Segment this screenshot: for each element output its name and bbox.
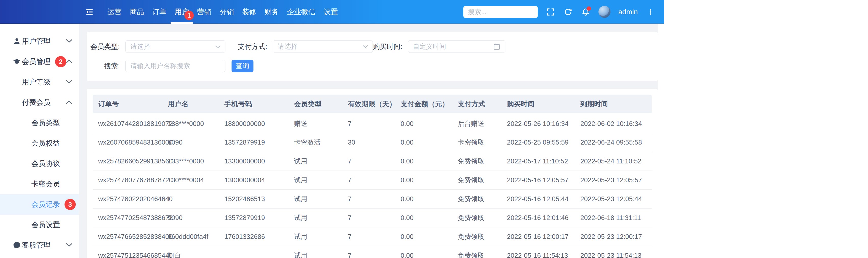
sidebar-item[interactable]: 会员设置 bbox=[0, 215, 79, 235]
table-cell: 2022-05-23 12:05:57 bbox=[575, 170, 652, 189]
member-type-label: 会员类型: bbox=[87, 42, 125, 51]
chevron-down-icon bbox=[66, 243, 73, 247]
nav-item[interactable]: 设置 bbox=[319, 0, 342, 24]
top-navbar: 运营商品订单用户1营销分销装修财务企业微信设置 admin bbox=[0, 0, 664, 24]
search-input[interactable] bbox=[463, 6, 538, 18]
main-nav: 运营商品订单用户1营销分销装修财务企业微信设置 bbox=[103, 0, 342, 24]
member-type-placeholder: 请选择 bbox=[130, 42, 150, 51]
nav-item[interactable]: 订单 bbox=[148, 0, 170, 24]
sidebar-badge: 2 bbox=[55, 56, 66, 67]
nav-item[interactable]: 商品 bbox=[126, 0, 148, 24]
column-header: 会员类型 bbox=[289, 95, 342, 114]
table-cell: 免费领取 bbox=[452, 152, 502, 170]
navbar-search bbox=[463, 6, 538, 18]
table-cell: 18800000000 bbox=[219, 114, 289, 133]
pay-method-placeholder: 请选择 bbox=[278, 42, 298, 51]
table-cell: 2022-05-16 12:05:57 bbox=[502, 170, 575, 189]
nav-item[interactable]: 用户1 bbox=[170, 0, 193, 24]
table-cell: wx260706859483136000 bbox=[93, 133, 162, 152]
sidebar-badge: 3 bbox=[64, 199, 76, 210]
sidebar-item-label: 会员管理 bbox=[22, 57, 51, 67]
keyword-search-input[interactable] bbox=[125, 60, 225, 72]
sidebar-item-label: 用户等级 bbox=[22, 77, 51, 87]
chevron-up-icon bbox=[66, 60, 73, 64]
table-cell bbox=[219, 246, 289, 258]
table-cell: 7 bbox=[342, 189, 395, 208]
sidebar-item[interactable]: 付费会员 bbox=[0, 92, 79, 113]
table-row: wx257477025487388672909013572879919试用70.… bbox=[93, 208, 652, 227]
table-cell: 30 bbox=[342, 133, 395, 152]
table-cell: 0.00 bbox=[395, 246, 452, 258]
app: { "navbar": { "menu": [ {"label":"运营"}, … bbox=[0, 0, 868, 258]
sidebar-item[interactable]: 用户等级 bbox=[0, 72, 79, 92]
sidebar-item[interactable]: 客服管理 bbox=[0, 235, 79, 255]
table-cell: 7 bbox=[342, 114, 395, 133]
pay-method-label: 支付方式: bbox=[225, 42, 273, 51]
table-cell: 2022-05-23 12:05:44 bbox=[575, 189, 652, 208]
sidebar-item[interactable]: 用户管理 bbox=[0, 31, 79, 52]
nav-item-label: 营销 bbox=[197, 7, 211, 17]
collapse-menu-icon[interactable] bbox=[85, 7, 94, 17]
member-type-select[interactable]: 请选择 bbox=[125, 40, 225, 53]
chevron-down-icon bbox=[215, 45, 221, 48]
buy-time-datepicker[interactable]: 自定义时间 bbox=[408, 40, 505, 53]
table-cell: 7 bbox=[342, 227, 395, 246]
table-cell: 后台赠送 bbox=[452, 114, 502, 133]
column-header: 订单号 bbox=[93, 95, 162, 114]
table-cell: 2022-05-16 12:01:46 bbox=[502, 208, 575, 227]
member-records-table: 订单号用户名手机号码会员类型有效期限（天）支付金额（元）支付方式购买时间到期时间… bbox=[93, 95, 652, 258]
sidebar-item-label: 付费会员 bbox=[22, 98, 51, 107]
nav-item[interactable]: 营销 bbox=[193, 0, 215, 24]
chevron-up-icon bbox=[66, 100, 73, 104]
table-row: wx257826605299138560133****0000133000000… bbox=[93, 152, 652, 170]
nav-item-label: 订单 bbox=[152, 7, 166, 17]
table-cell: 7 bbox=[342, 208, 395, 227]
nav-item[interactable]: 分销 bbox=[215, 0, 238, 24]
graduation-cap-icon bbox=[13, 58, 21, 66]
filter-row-1: 会员类型: 请选择 支付方式: 请选择 购买时间: 自定义时间 bbox=[87, 40, 505, 53]
sidebar-item[interactable]: 会员管理2 bbox=[0, 52, 79, 72]
table-cell: 13572879919 bbox=[219, 133, 289, 152]
sidebar-item-label: 会员协议 bbox=[31, 159, 60, 168]
sidebar-item[interactable]: 卡密会员 bbox=[0, 174, 79, 194]
sidebar-item[interactable]: 会员记录3 bbox=[0, 194, 79, 215]
table-cell: 免费领取 bbox=[452, 208, 502, 227]
avatar[interactable] bbox=[598, 6, 611, 18]
table-cell: 试用 bbox=[289, 189, 342, 208]
table-cell: 0.00 bbox=[395, 189, 452, 208]
username-label[interactable]: admin bbox=[618, 8, 638, 16]
notifications-bell-icon[interactable] bbox=[581, 7, 591, 17]
table-cell: wx257477025487388672 bbox=[93, 208, 162, 227]
column-header: 用户名 bbox=[162, 95, 219, 114]
nav-item[interactable]: 装修 bbox=[238, 0, 260, 24]
chevron-down-icon bbox=[66, 39, 73, 43]
sidebar-item[interactable]: 会员类型 bbox=[0, 113, 79, 133]
table-cell: L bbox=[162, 189, 219, 208]
sidebar-item-label: 会员类型 bbox=[31, 118, 60, 128]
table-cell: 赠送 bbox=[289, 114, 342, 133]
nav-item[interactable]: 财务 bbox=[260, 0, 283, 24]
table-cell: 2022-06-02 10:16:34 bbox=[575, 114, 652, 133]
keyword-search-label: 搜索: bbox=[87, 61, 125, 71]
table-cell: wx257478077678878720 bbox=[93, 170, 162, 189]
query-button[interactable]: 查询 bbox=[231, 60, 253, 72]
table-cell: 960ddd00fa4f bbox=[162, 227, 219, 246]
more-menu-icon[interactable] bbox=[646, 7, 655, 17]
table-cell: wx257475123546685440 bbox=[93, 246, 162, 258]
column-header: 支付金额（元） bbox=[395, 95, 452, 114]
sidebar-item[interactable]: 会员协议 bbox=[0, 154, 79, 174]
table-cell: 免费领取 bbox=[452, 170, 502, 189]
nav-item[interactable]: 企业微信 bbox=[283, 0, 319, 24]
pay-method-select[interactable]: 请选择 bbox=[273, 40, 373, 53]
refresh-icon[interactable] bbox=[563, 7, 573, 17]
filter-panel: 会员类型: 请选择 支付方式: 请选择 购买时间: 自定义时间 bbox=[87, 32, 658, 81]
column-header: 有效期限（天） bbox=[342, 95, 395, 114]
notification-dot-badge bbox=[587, 6, 591, 11]
column-header: 到期时间 bbox=[575, 95, 652, 114]
filter-row-2: 搜索: 查询 bbox=[87, 60, 253, 72]
fullscreen-icon[interactable] bbox=[546, 7, 555, 17]
table-cell: 7 bbox=[342, 246, 395, 258]
table-cell: 133****0000 bbox=[162, 152, 219, 170]
sidebar-item[interactable]: 会员权益 bbox=[0, 133, 79, 154]
nav-item[interactable]: 运营 bbox=[103, 0, 126, 24]
